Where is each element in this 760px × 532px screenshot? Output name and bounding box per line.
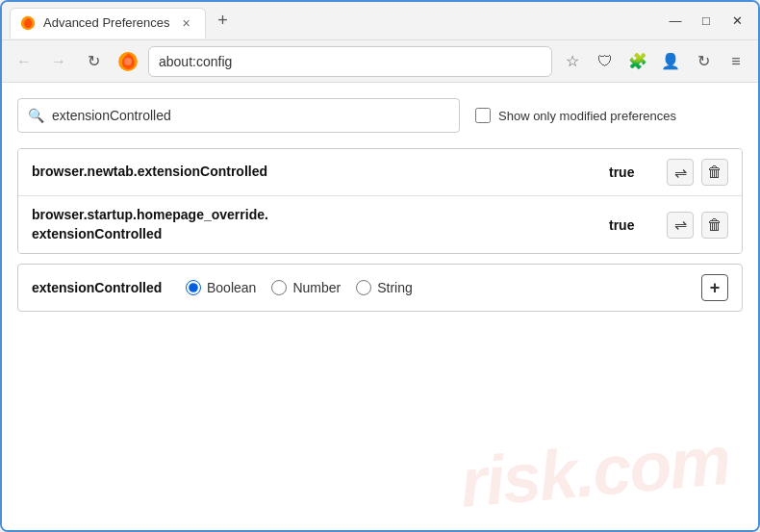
minimize-button[interactable]: — [662,8,689,35]
boolean-label: Boolean [207,280,256,295]
shield-icon[interactable]: 🛡 [591,47,620,76]
pref-actions: ⇌ 🗑 [667,159,728,186]
active-tab[interactable]: Advanced Preferences × [10,8,206,38]
toggle-button[interactable]: ⇌ [667,159,694,186]
bookmark-icon[interactable]: ☆ [558,47,587,76]
address-bar[interactable]: about:config [148,46,552,77]
search-icon: 🔍 [28,108,44,123]
svg-point-4 [124,58,132,65]
account-icon[interactable]: 👤 [656,47,685,76]
firefox-tab-icon [20,15,36,31]
maximize-button[interactable]: □ [693,8,720,35]
delete-button[interactable]: 🗑 [701,159,728,186]
url-text: about:config [159,54,232,69]
refresh-button[interactable]: ↻ [79,47,108,76]
close-window-button[interactable]: ✕ [723,8,750,35]
new-pref-name: extensionControlled [32,280,166,295]
watermark: risk.com [457,420,732,522]
show-modified-checkbox[interactable] [475,108,491,123]
browser-window: Advanced Preferences × + — □ ✕ ← → ↻ abo… [0,0,760,532]
close-tab-button[interactable]: × [178,14,195,32]
pref-name: browser.newtab.extensionControlled [32,163,609,182]
show-modified-label: Show only modified preferences [498,109,676,123]
menu-icon[interactable]: ≡ [722,47,750,76]
firefox-logo-icon [117,51,139,72]
boolean-radio-item[interactable]: Boolean [186,280,256,295]
content-area: risk.com 🔍 Show only modified preference… [2,83,758,530]
window-controls: — □ ✕ [662,8,750,35]
navigation-bar: ← → ↻ about:config ☆ 🛡 🧩 👤 ↻ ≡ [2,40,758,83]
search-bar: 🔍 Show only modified preferences [17,98,743,133]
type-radio-group: Boolean Number String [186,280,413,295]
delete-button[interactable]: 🗑 [701,212,728,239]
forward-button[interactable]: → [44,47,73,76]
back-button[interactable]: ← [10,47,38,76]
preferences-table: browser.newtab.extensionControlled true … [17,148,743,254]
table-row: browser.newtab.extensionControlled true … [18,149,742,196]
title-bar: Advanced Preferences × + — □ ✕ [2,2,758,40]
boolean-radio[interactable] [186,280,201,295]
add-preference-button[interactable]: + [701,274,728,301]
number-label: Number [292,280,341,295]
new-tab-button[interactable]: + [210,8,237,35]
new-preference-row: extensionControlled Boolean Number Strin… [17,264,743,312]
toggle-button[interactable]: ⇌ [667,212,694,239]
sync-icon[interactable]: ↻ [689,47,718,76]
search-input-wrapper[interactable]: 🔍 [17,98,460,133]
show-modified-checkbox-wrap[interactable]: Show only modified preferences [475,108,676,123]
extension-icon[interactable]: 🧩 [623,47,652,76]
string-radio-item[interactable]: String [356,280,413,295]
number-radio-item[interactable]: Number [271,280,341,295]
pref-value: true [609,217,647,233]
search-input[interactable] [52,108,449,123]
pref-actions: ⇌ 🗑 [667,212,728,239]
string-radio[interactable] [356,280,371,295]
pref-value: true [609,165,647,180]
tab-title: Advanced Preferences [43,15,170,30]
nav-icons: ☆ 🛡 🧩 👤 ↻ ≡ [558,47,750,76]
string-label: String [377,280,413,295]
table-row: browser.startup.homepage_override.extens… [18,196,742,253]
pref-name: browser.startup.homepage_override.extens… [32,206,609,243]
number-radio[interactable] [271,280,287,295]
